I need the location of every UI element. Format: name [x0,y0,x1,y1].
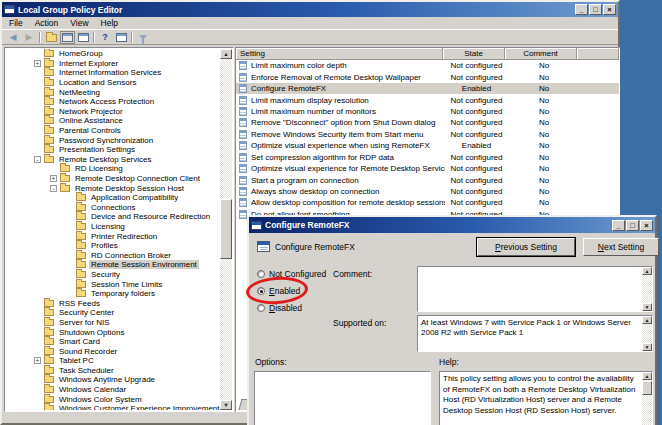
tree-item[interactable]: Task Scheduler [6,366,220,376]
column-comment[interactable]: Comment [505,48,577,60]
comment-scrollbar[interactable]: ▲ ▼ [642,267,652,311]
setting-row[interactable]: Limit maximum number of monitorsNot conf… [236,106,619,117]
setting-row[interactable]: Remove Windows Security item from Start … [236,129,619,140]
setting-row[interactable]: Configure RemoteFXEnabledNo [236,83,619,94]
back-icon[interactable]: ◀ [5,31,21,44]
tree-item[interactable]: Network Access Protection [6,97,220,107]
tree-item[interactable]: RD Connection Broker [6,250,220,260]
expander-minus-icon[interactable]: - [50,185,57,192]
maximize-button[interactable]: □ [589,4,602,15]
scroll-up-icon[interactable]: ▲ [220,49,232,59]
close-button[interactable]: × [603,4,616,15]
scroll-down-icon[interactable]: ▼ [220,400,232,410]
menu-help[interactable]: Help [95,18,124,28]
scroll-up-icon[interactable]: ▲ [642,316,652,324]
tree-item[interactable]: Windows Calendar [6,385,220,395]
tree-scrollbar[interactable]: ▲ ▼ [220,49,232,410]
setting-row[interactable]: Set compression algorithm for RDP dataNo… [236,152,619,163]
tree-item[interactable]: Profiles [6,241,220,251]
tree-item[interactable]: -Remote Desktop Services [6,155,220,165]
help-box[interactable]: This policy setting allows you to contro… [439,371,653,425]
dialog-title-bar[interactable]: Configure RemoteFX _□× [249,217,655,233]
setting-row[interactable]: Optimize visual experience for Remote De… [236,163,619,174]
tree-item[interactable]: Security Center [6,308,220,318]
filter-icon[interactable] [135,31,151,44]
supported-scrollbar[interactable]: ▲ ▼ [642,316,652,351]
title-bar[interactable]: Local Group Policy Editor _□× [2,2,618,17]
forward-icon[interactable]: ▶ [21,31,37,44]
tree-item[interactable]: Sound Recorder [6,346,220,356]
scroll-down-icon[interactable]: ▼ [642,303,652,311]
tree-item[interactable]: RSS Feeds [6,298,220,308]
setting-row[interactable]: Optimize visual experience when using Re… [236,140,619,151]
scrollbar-thumb[interactable] [642,381,652,395]
tree-item[interactable]: Application Compatibility [6,193,220,203]
scroll-down-icon[interactable]: ▼ [642,343,652,351]
tree-item[interactable]: Password Synchronization [6,135,220,145]
expander-plus-icon[interactable]: + [34,60,41,67]
tree-item[interactable]: Licensing [6,222,220,232]
help-scrollbar[interactable]: ▲ [642,372,652,425]
setting-row[interactable]: Start a program on connectionNot configu… [236,174,619,185]
tree-item[interactable]: Server for NIS [6,318,220,328]
expander-minus-icon[interactable]: - [34,156,41,163]
comment-textarea[interactable]: ▲ ▼ [417,266,653,312]
column-setting[interactable]: Setting [236,48,443,60]
menu-action[interactable]: Action [29,18,65,28]
setting-row[interactable]: Enforce Removal of Remote Desktop Wallpa… [236,71,619,82]
next-setting-button[interactable]: Next Setting [583,238,659,256]
tree-item[interactable]: Security [6,270,220,280]
scrollbar-thumb[interactable] [220,199,232,259]
expander-plus-icon[interactable]: + [50,175,57,182]
options-box[interactable] [254,371,431,425]
setting-row[interactable]: Remove "Disconnect" option from Shut Dow… [236,117,619,128]
tree-item[interactable]: Windows Color System [6,394,220,404]
maximize-button[interactable]: □ [626,220,639,231]
tree-item[interactable]: NetMeeting [6,87,220,97]
tree-item[interactable]: -Remote Desktop Session Host [6,183,220,193]
setting-row[interactable]: Always show desktop on connectionNot con… [236,186,619,197]
setting-row[interactable]: Allow desktop composition for remote des… [236,197,619,208]
radio-disabled[interactable]: Disabled [257,303,302,313]
tree-item[interactable]: Device and Resource Redirection [6,212,220,222]
expander-plus-icon[interactable]: + [34,357,41,364]
radio-button-icon[interactable] [257,304,265,312]
setting-row[interactable]: Limit maximum display resolutionNot conf… [236,94,619,105]
scroll-up-icon[interactable]: ▲ [642,267,652,275]
help-icon[interactable]: ? [97,31,113,44]
tree-item[interactable]: +Tablet PC [6,356,220,366]
setting-row[interactable]: Limit maximum color depthNot configuredN… [236,60,619,71]
radio-button-icon[interactable] [257,270,265,278]
tree-item[interactable]: Presentation Settings [6,145,220,155]
close-button[interactable]: × [640,220,653,231]
tree-item[interactable]: HomeGroup [6,49,220,59]
tree-item[interactable]: Online Assistance [6,116,220,126]
up-one-level-icon[interactable] [43,31,59,44]
previous-setting-button[interactable]: Previous Setting [477,238,575,256]
scroll-up-icon[interactable]: ▲ [642,372,652,380]
tree-item[interactable]: Windows Anytime Upgrade [6,375,220,385]
tree-item[interactable]: Connections [6,203,220,213]
tree-item[interactable]: Windows Customer Experience Improvement … [6,404,220,410]
supported-on-box[interactable]: At least Windows 7 with Service Pack 1 o… [417,315,653,352]
tree-item[interactable]: Location and Sensors [6,78,220,88]
show-console-tree-icon[interactable] [59,31,75,44]
tree-item[interactable]: Shutdown Options [6,327,220,337]
tree-item[interactable]: RD Licensing [6,164,220,174]
action-pane-icon[interactable] [113,31,129,44]
minimize-button[interactable]: _ [612,220,625,231]
export-list-icon[interactable] [75,31,91,44]
tree-item[interactable]: Printer Redirection [6,231,220,241]
tree-item[interactable]: Internet Information Services [6,68,220,78]
tree-item[interactable]: +Remote Desktop Connection Client [6,174,220,184]
tree-item[interactable]: Session Time Limits [6,279,220,289]
menu-file[interactable]: File [3,18,29,28]
tree-item[interactable]: +Internet Explorer [6,59,220,69]
tree-item[interactable]: Parental Controls [6,126,220,136]
minimize-button[interactable]: _ [575,4,588,15]
tree-item[interactable]: Temporary folders [6,289,220,299]
tree-item[interactable]: Network Projector [6,107,220,117]
menu-view[interactable]: View [64,18,94,28]
column-state[interactable]: State [443,48,505,60]
tree-item[interactable]: Remote Session Environment [6,260,220,270]
